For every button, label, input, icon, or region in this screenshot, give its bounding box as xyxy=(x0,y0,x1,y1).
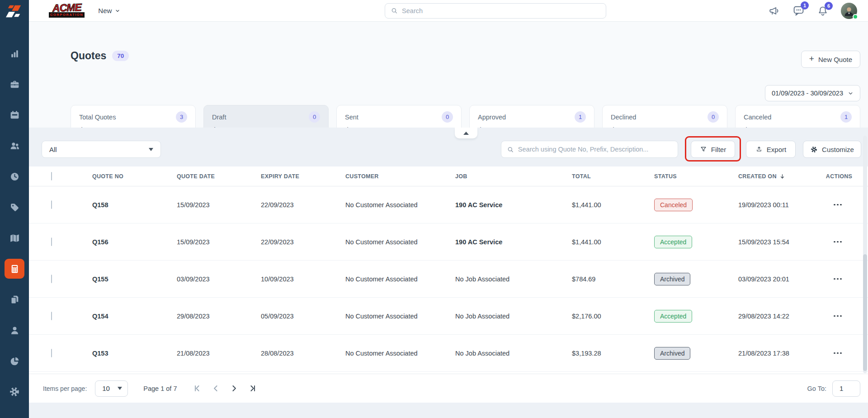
previous-page-icon xyxy=(212,385,220,392)
company-logo[interactable]: ACME CORPORATION xyxy=(49,4,85,18)
next-page-button[interactable] xyxy=(230,385,238,392)
select-all-checkbox[interactable] xyxy=(51,172,52,180)
col-customer: CUSTOMER xyxy=(345,173,455,180)
table-row[interactable]: Q158 15/09/2023 22/09/2023 No Customer A… xyxy=(29,186,868,223)
sidebar-item-analytics[interactable] xyxy=(0,38,29,69)
notifications-button[interactable]: 6 xyxy=(817,5,829,17)
col-created-on[interactable]: CREATED ON xyxy=(738,173,820,180)
stat-count-badge: 1 xyxy=(575,111,586,123)
stat-count-badge: 3 xyxy=(176,111,187,123)
cell-job: No Job Associated xyxy=(455,313,572,320)
sidebar-item-pricing[interactable] xyxy=(0,192,29,223)
search-icon xyxy=(507,146,514,153)
table-search xyxy=(501,141,678,158)
online-status-dot xyxy=(853,14,858,19)
table-row[interactable]: Q156 15/09/2023 22/09/2023 No Customer A… xyxy=(29,223,868,261)
gear-icon xyxy=(9,386,20,398)
sidebar-nav xyxy=(0,38,29,407)
date-range-value: 01/09/2023 - 30/09/2023 xyxy=(772,90,843,97)
cell-customer: No Customer Associated xyxy=(345,201,455,209)
goto-page-input[interactable] xyxy=(832,380,860,397)
bar-chart-icon xyxy=(9,48,20,59)
date-range-selector[interactable]: 01/09/2023 - 30/09/2023 xyxy=(765,85,860,101)
vertical-scrollbar-thumb[interactable] xyxy=(863,254,867,371)
cell-quote-no: Q156 xyxy=(92,238,177,246)
cell-job: 190 AC Service xyxy=(455,238,572,246)
cell-quote-no: Q154 xyxy=(92,313,177,320)
stats-zone: Quotes 70 + New Quote 01/09/2023 - 30/09… xyxy=(29,22,868,128)
row-checkbox[interactable] xyxy=(51,200,52,209)
previous-page-button[interactable] xyxy=(212,385,220,392)
zuper-logo[interactable] xyxy=(0,0,29,23)
sidebar xyxy=(0,0,29,418)
row-actions-menu[interactable] xyxy=(820,315,868,317)
sidebar-item-reports[interactable] xyxy=(0,346,29,376)
global-search-input[interactable] xyxy=(402,7,600,14)
sidebar-item-calendar[interactable] xyxy=(0,100,29,130)
sidebar-item-settings[interactable] xyxy=(0,376,29,407)
cell-quote-date: 29/08/2023 xyxy=(177,313,261,320)
first-page-button[interactable] xyxy=(194,385,202,392)
sidebar-item-map[interactable] xyxy=(0,223,29,253)
chevron-down-icon xyxy=(848,90,854,96)
page-info: Page 1 of 7 xyxy=(143,385,177,392)
items-per-page-select[interactable]: 10 xyxy=(95,380,128,397)
row-checkbox[interactable] xyxy=(51,275,52,283)
export-label: Export xyxy=(767,146,786,153)
collapse-stats-tab[interactable] xyxy=(455,128,477,138)
messages-button[interactable]: 1 xyxy=(793,5,805,17)
stat-count-badge: 0 xyxy=(708,111,719,123)
cell-quote-no: Q153 xyxy=(92,350,177,357)
customize-button[interactable]: Customize xyxy=(803,141,861,158)
items-per-page-value: 10 xyxy=(102,385,110,392)
quote-type-value: All xyxy=(49,146,57,153)
announcements-button[interactable] xyxy=(769,5,780,17)
megaphone-icon xyxy=(769,5,780,17)
col-quote-date: QUOTE DATE xyxy=(177,173,261,180)
briefcase-icon xyxy=(9,79,20,90)
goto-label: Go To: xyxy=(807,385,826,392)
export-button[interactable]: Export xyxy=(746,141,796,158)
quote-type-dropdown[interactable]: All xyxy=(42,141,161,158)
sidebar-item-timesheets[interactable] xyxy=(0,161,29,192)
cell-quote-date: 15/09/2023 xyxy=(177,201,261,209)
status-badge: Archived xyxy=(654,273,690,285)
row-checkbox[interactable] xyxy=(51,312,52,320)
new-quote-button[interactable]: + New Quote xyxy=(801,51,860,68)
table-row[interactable]: Q154 29/08/2023 05/09/2023 No Customer A… xyxy=(29,298,868,335)
cell-total: $784.69 xyxy=(572,276,654,283)
row-actions-menu[interactable] xyxy=(820,352,868,354)
row-checkbox[interactable] xyxy=(51,349,52,357)
filter-button[interactable]: Filter xyxy=(691,141,735,158)
users-icon xyxy=(9,140,20,152)
calendar-icon xyxy=(9,109,20,121)
last-page-button[interactable] xyxy=(248,385,256,392)
company-logo-text: ACME xyxy=(52,3,81,12)
row-actions-menu[interactable] xyxy=(820,204,868,206)
stat-count-badge: 1 xyxy=(840,111,852,123)
sidebar-item-profile[interactable] xyxy=(0,315,29,346)
table-row[interactable]: Q155 03/09/2023 10/09/2023 No Customer A… xyxy=(29,261,868,298)
messages-badge: 1 xyxy=(801,1,809,10)
col-total: TOTAL xyxy=(572,173,654,180)
row-checkbox[interactable] xyxy=(51,238,52,246)
sidebar-item-team[interactable] xyxy=(0,130,29,161)
table-search-input[interactable] xyxy=(518,146,672,153)
row-actions-menu[interactable] xyxy=(820,278,868,280)
sidebar-item-jobs[interactable] xyxy=(0,69,29,100)
stat-label: Sent xyxy=(345,114,359,121)
sidebar-item-quotes-active[interactable] xyxy=(0,253,29,284)
cell-quote-date: 15/09/2023 xyxy=(177,238,261,246)
tag-icon xyxy=(9,202,20,213)
stat-count-badge: 0 xyxy=(442,111,453,123)
sidebar-item-documents[interactable] xyxy=(0,284,29,315)
items-per-page-label: Items per page: xyxy=(43,385,87,392)
new-menu-dropdown[interactable]: New xyxy=(98,7,120,14)
cell-total: $1,441.00 xyxy=(572,201,654,209)
cell-created-on: 03/09/2023 20:01 xyxy=(738,276,820,283)
cell-created-on: 29/08/2023 14:22 xyxy=(738,313,820,320)
cell-customer: No Customer Associated xyxy=(345,276,455,283)
row-actions-menu[interactable] xyxy=(820,241,868,243)
table-row[interactable]: Q153 21/08/2023 28/08/2023 No Customer A… xyxy=(29,335,868,372)
user-avatar[interactable] xyxy=(841,3,857,19)
